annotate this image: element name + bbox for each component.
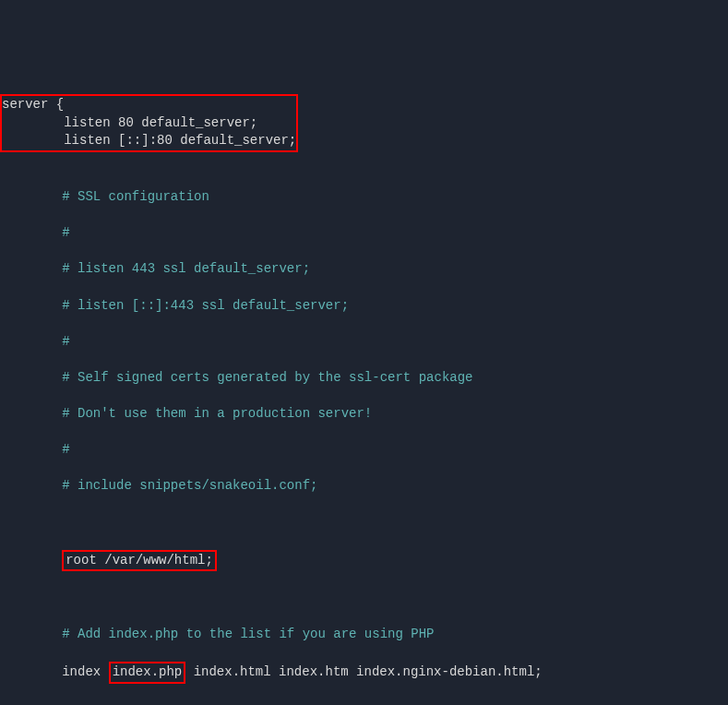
code-comment: # Self signed certs generated by the ssl… — [0, 369, 728, 388]
code-line-blank — [0, 514, 728, 532]
code-comment: # Don't use them in a production server! — [0, 405, 728, 424]
code-line-blank — [0, 702, 728, 705]
highlight-indexphp: index.php — [109, 662, 186, 684]
nginx-config-editor: server { listen 80 default_server; liste… — [0, 72, 728, 705]
code-comment: # SSL configuration — [0, 188, 728, 207]
code-comment: # listen 443 ssl default_server; — [0, 260, 728, 279]
code-comment: # — [0, 441, 728, 460]
code-comment: # Add index.php to the list if you are u… — [0, 626, 728, 644]
code-comment: # — [0, 333, 728, 352]
code-comment: # — [0, 224, 728, 243]
code-line-blank — [0, 590, 728, 608]
highlight-root: root /var/www/html; — [62, 550, 217, 572]
code-line-blank — [0, 152, 728, 171]
code-line: index index.php index.html index.htm ind… — [0, 662, 728, 684]
code-line: listen [::]:80 default_server; — [2, 132, 296, 150]
code-comment: # include snippets/snakeoil.conf; — [0, 477, 728, 496]
code-line: server { — [2, 96, 296, 114]
code-line: root /var/www/html; — [0, 550, 728, 572]
code-line: listen 80 default_server; — [2, 114, 296, 133]
code-comment: # listen [::]:443 ssl default_server; — [0, 297, 728, 316]
highlight-server-block: server { listen 80 default_server; liste… — [0, 94, 298, 152]
